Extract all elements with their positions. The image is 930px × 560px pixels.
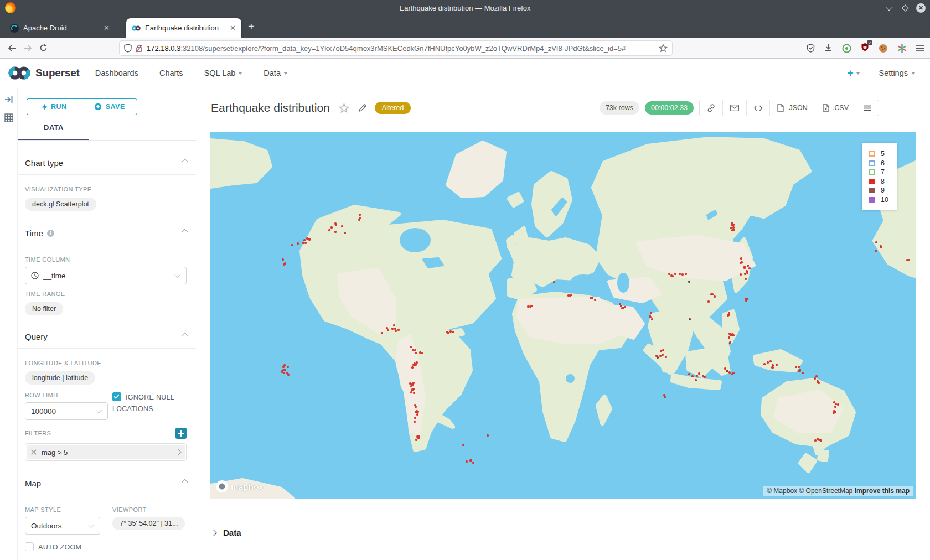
new-tab-button[interactable]: + bbox=[248, 21, 255, 32]
row-limit-select[interactable]: 100000 bbox=[25, 402, 108, 420]
legend-swatch-icon bbox=[869, 160, 875, 166]
email-button[interactable] bbox=[722, 100, 746, 116]
checkbox-checked-icon[interactable] bbox=[112, 392, 121, 401]
extension-star-icon[interactable] bbox=[897, 44, 907, 53]
close-icon[interactable]: ✕ bbox=[916, 3, 926, 13]
mapbox-wordmark: mapbox bbox=[231, 482, 264, 491]
minimize-icon[interactable] bbox=[885, 3, 894, 12]
time-range-value[interactable]: No filter bbox=[25, 302, 63, 315]
attribution-osm[interactable]: © OpenStreetMap bbox=[799, 487, 852, 495]
bookmark-star-icon[interactable] bbox=[659, 44, 668, 53]
window-titlebar: Earthquake distribution — Mozilla Firefo… bbox=[0, 0, 930, 15]
file-x-icon bbox=[823, 104, 829, 112]
nav-data[interactable]: Data bbox=[264, 69, 288, 77]
earthquake-point bbox=[763, 363, 766, 365]
legend-item[interactable]: 6 bbox=[869, 159, 888, 168]
legend-item[interactable]: 9 bbox=[869, 186, 888, 195]
pocket-shield-icon[interactable] bbox=[807, 44, 815, 53]
filter-item[interactable]: mag > 5 bbox=[27, 445, 185, 459]
run-button[interactable]: RUN bbox=[27, 98, 82, 115]
brand-name: Superset bbox=[35, 67, 80, 79]
nav-sql-lab[interactable]: SQL Lab bbox=[204, 69, 243, 77]
tracking-protection-icon[interactable] bbox=[124, 44, 132, 53]
back-button[interactable] bbox=[4, 44, 20, 52]
viz-type-value[interactable]: deck.gl Scatterplot bbox=[25, 198, 96, 211]
auto-zoom-checkbox[interactable]: AUTO ZOOM bbox=[25, 542, 108, 553]
pane-resize-handle[interactable] bbox=[466, 513, 483, 519]
legend-item[interactable]: 5 bbox=[869, 149, 888, 159]
forward-button[interactable] bbox=[20, 44, 35, 52]
improve-map-link[interactable]: Improve this map bbox=[855, 487, 910, 495]
copy-link-button[interactable] bbox=[700, 100, 722, 116]
collapse-panel-icon[interactable] bbox=[4, 96, 13, 103]
save-button[interactable]: SAVE bbox=[82, 98, 138, 115]
url-text[interactable]: 172.18.0.3:32108/superset/explore/?form_… bbox=[147, 44, 655, 53]
tab-label: Earthquake distribution bbox=[145, 24, 219, 32]
earthquake-point bbox=[906, 259, 908, 261]
chevron-down-icon bbox=[174, 272, 180, 278]
earthquake-point bbox=[287, 366, 289, 368]
earthquake-point bbox=[414, 349, 416, 351]
remove-filter-icon[interactable] bbox=[31, 449, 37, 455]
tab-earthquake-distribution[interactable]: Earthquake distribution ✕ bbox=[126, 18, 241, 38]
checkbox-unchecked-icon[interactable] bbox=[25, 542, 34, 551]
cookie-icon[interactable] bbox=[879, 44, 888, 53]
download-icon[interactable] bbox=[824, 44, 833, 53]
earthquake-point bbox=[681, 273, 684, 276]
earthquake-point bbox=[395, 330, 397, 332]
earthquake-point bbox=[381, 332, 383, 334]
nav-dashboards[interactable]: Dashboards bbox=[95, 69, 138, 77]
earthquake-point bbox=[411, 366, 414, 369]
map-dots bbox=[210, 132, 916, 499]
legend-item[interactable]: 8 bbox=[869, 177, 888, 186]
data-collapse-row[interactable]: Data bbox=[211, 528, 241, 537]
tab-apache-druid[interactable]: Apache Druid ✕ bbox=[4, 18, 115, 38]
map-style-select[interactable]: Outdoors bbox=[25, 517, 100, 535]
altered-badge[interactable]: Altered bbox=[375, 102, 411, 114]
maximize-icon[interactable] bbox=[901, 3, 910, 12]
dataset-grid-icon[interactable] bbox=[4, 113, 13, 122]
add-filter-button[interactable] bbox=[175, 428, 187, 439]
insecure-lock-icon[interactable] bbox=[136, 44, 143, 53]
earthquake-point bbox=[818, 382, 820, 384]
tab-close-icon[interactable]: ✕ bbox=[104, 24, 110, 32]
nav-charts[interactable]: Charts bbox=[159, 69, 183, 77]
earthquake-point bbox=[724, 367, 726, 370]
ublock-icon[interactable]: 2 bbox=[861, 43, 869, 54]
lonlat-value[interactable]: longitude | latitude bbox=[25, 371, 95, 385]
export-csv-button[interactable]: .CSV bbox=[815, 100, 856, 116]
time-column-select[interactable]: __time bbox=[25, 267, 187, 284]
export-json-button[interactable]: .JSON bbox=[769, 100, 815, 116]
menu-icon[interactable] bbox=[916, 45, 924, 52]
embed-code-button[interactable] bbox=[746, 100, 769, 116]
more-options-button[interactable] bbox=[856, 100, 879, 116]
earthquake-point bbox=[730, 227, 732, 229]
earthquake-point bbox=[462, 444, 464, 446]
mapbox-logo[interactable]: mapbox bbox=[216, 480, 264, 492]
viewport-value[interactable]: 7° 35' 54.02" | 31... bbox=[112, 517, 185, 530]
add-button[interactable]: + bbox=[847, 67, 860, 79]
superset-infinity-icon bbox=[8, 66, 31, 80]
superset-logo[interactable]: Superset bbox=[8, 66, 80, 80]
edit-title-icon[interactable] bbox=[358, 103, 367, 112]
filter-value: mag > 5 bbox=[42, 448, 68, 457]
legend-item[interactable]: 10 bbox=[869, 195, 888, 205]
section-chart-type[interactable]: Chart type bbox=[25, 158, 187, 168]
section-map[interactable]: Map bbox=[25, 479, 187, 488]
url-bar[interactable]: 172.18.0.3:32108/superset/explore/?form_… bbox=[119, 40, 673, 56]
settings-menu[interactable]: Settings bbox=[879, 69, 916, 77]
ignore-null-checkbox[interactable]: IGNORE NULL LOCATIONS bbox=[112, 392, 187, 416]
tab-close-icon[interactable]: ✕ bbox=[230, 24, 236, 32]
section-time[interactable]: Time bbox=[25, 229, 187, 238]
favorite-star-icon[interactable] bbox=[339, 103, 349, 113]
tab-data[interactable]: DATA bbox=[18, 123, 89, 140]
legend-item[interactable]: 7 bbox=[869, 168, 888, 177]
filter-box: mag > 5 bbox=[25, 443, 187, 461]
section-query[interactable]: Query bbox=[25, 332, 187, 341]
deckgl-map[interactable]: 5678910 mapbox © Mapbox © OpenStreetMap … bbox=[210, 132, 916, 499]
earthquake-point bbox=[745, 278, 747, 280]
attribution-mapbox[interactable]: © Mapbox bbox=[767, 487, 797, 495]
chevron-right-icon[interactable] bbox=[175, 449, 181, 455]
extension-leaf-icon[interactable] bbox=[842, 44, 851, 53]
reload-button[interactable] bbox=[35, 44, 51, 52]
